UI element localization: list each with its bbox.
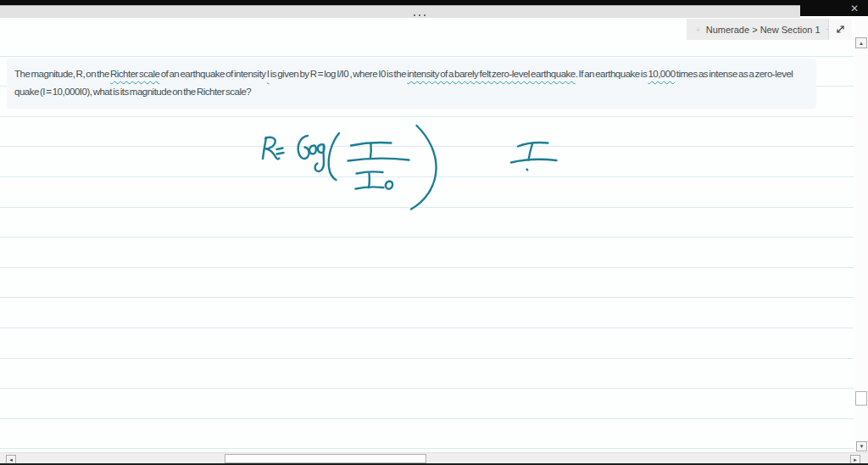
rule-line [0, 388, 854, 389]
close-icon: ✕ [850, 3, 859, 14]
rule-line [0, 207, 854, 208]
question-segment: . If an earthquake is [576, 69, 648, 79]
horizontal-scrollbar-thumb[interactable] [225, 454, 426, 463]
question-segment: is given by R = log I/I0 , where I0 is t… [270, 69, 408, 79]
rule-line [0, 358, 854, 359]
drag-handle-dots-icon [414, 14, 426, 16]
underlined-phrase: 10,000 [648, 69, 675, 79]
underlined-phrase: Richter scale [110, 69, 159, 79]
vertical-scrollbar-track[interactable] [855, 18, 868, 452]
rule-line [0, 237, 854, 238]
window-drag-handle[interactable] [0, 5, 800, 18]
rule-line [0, 146, 854, 147]
notebook-sync-icon [697, 22, 700, 36]
underlined-phrase: intensity of a barely felt zero-level ea… [407, 69, 575, 79]
expand-view-button[interactable] [828, 19, 852, 40]
arrow-up-icon: ▲ [859, 41, 864, 46]
question-text: The magnitude, R, on the Richter scale o… [14, 65, 809, 101]
scroll-down-button[interactable]: ▼ [856, 441, 867, 451]
app-window: ✕ The magnitude, R, on the Richter scale… [0, 0, 868, 465]
rule-line [0, 418, 854, 419]
arrow-down-icon: ▼ [860, 444, 865, 449]
vertical-scrollbar-thumb[interactable] [855, 391, 867, 406]
rule-line [0, 328, 854, 328]
rule-line [0, 267, 854, 268]
rule-line [0, 297, 854, 298]
rule-line [0, 448, 854, 449]
resize-diagonal-icon [835, 24, 846, 35]
titlebar-right-section: ✕ [800, 0, 868, 16]
notebook-breadcrumb-button[interactable]: Numerade > New Section 1 [687, 19, 828, 40]
question-box[interactable]: The magnitude, R, on the Richter scale o… [7, 59, 816, 109]
arrow-right-icon: ► [853, 457, 858, 462]
arrow-left-icon: ◄ [8, 457, 14, 462]
breadcrumb-label: Numerade > New Section 1 [706, 25, 821, 35]
close-button[interactable]: ✕ [848, 3, 861, 14]
question-segment: The magnitude, R, on the [14, 69, 110, 79]
rule-line [0, 116, 854, 117]
scroll-up-button[interactable]: ▲ [855, 37, 867, 48]
rule-line [0, 56, 854, 57]
question-segment: of an earthquake of intensity [159, 69, 266, 79]
rule-line [0, 176, 854, 177]
